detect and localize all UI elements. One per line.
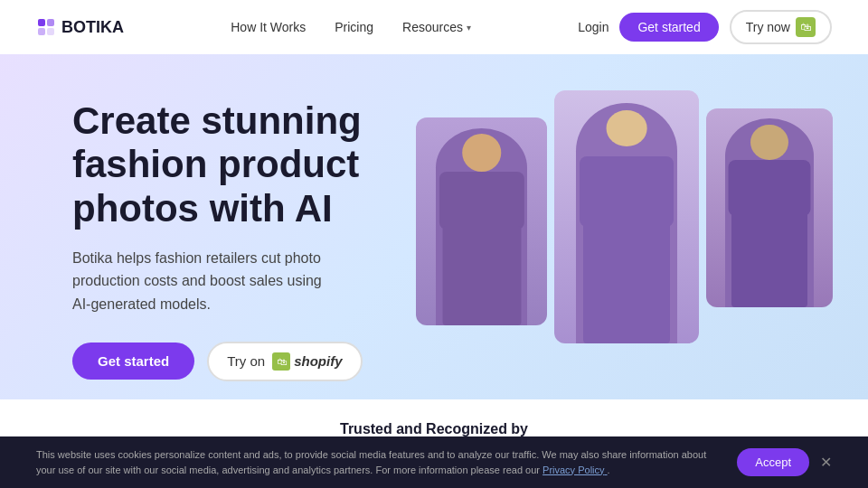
hero-section: Create stunning fashion product photos w… [0,54,868,399]
shopify-icon: 🛍 [272,352,290,371]
shopify-text: shopify [294,353,342,369]
nav-links: How It Works Pricing Resources ▾ [231,20,471,34]
svg-rect-3 [47,28,54,35]
cookie-banner: This website uses cookies personalize co… [0,436,868,488]
get-started-nav-button[interactable]: Get started [619,13,718,42]
login-button[interactable]: Login [578,20,609,34]
svg-rect-2 [38,28,45,35]
close-icon[interactable]: ✕ [820,452,832,474]
try-now-button[interactable]: Try now 🛍 [730,10,832,44]
cookie-text: This website uses cookies personalize co… [36,447,719,477]
hero-title: Create stunning fashion product photos w… [72,99,416,230]
shopify-logo-inline: 🛍 shopify [272,352,342,371]
hero-images [416,90,833,343]
nav-actions: Login Get started Try now 🛍 [578,10,832,44]
hero-subtitle: Botika helps fashion retailers cut photo… [72,247,335,316]
model-image-center [554,90,699,343]
botika-logo-icon [36,17,56,37]
nav-pricing[interactable]: Pricing [335,20,373,34]
hero-try-on-shopify-button[interactable]: Try on 🛍 shopify [207,342,362,381]
model-image-left [416,117,547,325]
shopify-bag-icon: 🛍 [796,17,816,37]
brand-logo[interactable]: BOTIKA [36,17,124,37]
svg-rect-1 [47,19,54,26]
svg-rect-0 [38,19,45,26]
nav-resources[interactable]: Resources ▾ [402,20,471,34]
hero-get-started-button[interactable]: Get started [72,343,194,380]
navbar: BOTIKA How It Works Pricing Resources ▾ … [0,0,868,54]
accept-cookies-button[interactable]: Accept [737,448,809,476]
model-image-right [706,108,833,307]
brand-name: BOTIKA [61,18,124,37]
trusted-title: Trusted and Recognized by [36,421,832,437]
chevron-down-icon: ▾ [467,23,471,33]
hero-text: Create stunning fashion product photos w… [72,90,416,381]
privacy-policy-link[interactable]: Privacy Policy [542,465,608,475]
nav-how-it-works[interactable]: How It Works [231,20,306,34]
hero-buttons: Get started Try on 🛍 shopify [72,342,416,381]
